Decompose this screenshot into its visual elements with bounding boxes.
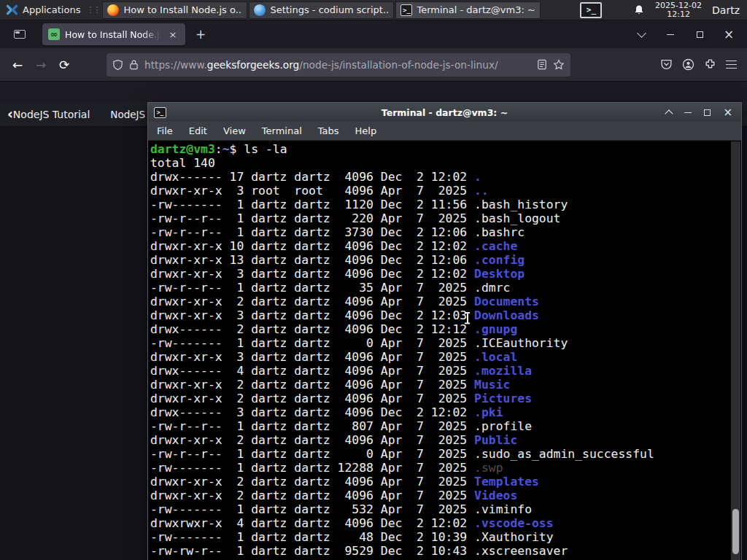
site-nav-item-tutorial[interactable]: NodeJS Tutorial: [13, 109, 90, 120]
listing-file-name: .xscreensaver: [474, 544, 568, 558]
terminal-menu-file[interactable]: File: [157, 125, 173, 136]
browser-tab-active[interactable]: ∞ How to Install Node.js on ×: [42, 23, 185, 45]
terminal-output-line: -rw------- 1 dartz dartz 532 Apr 7 2025 …: [150, 502, 741, 516]
terminal-close-button[interactable]: ×: [723, 106, 732, 119]
listing-directory-name: .config: [474, 253, 525, 267]
terminal-minimize-button[interactable]: [684, 112, 692, 113]
terminal-output-line: drwxr-xr-x 2 dartz dartz 4096 Apr 7 2025…: [150, 489, 741, 502]
extensions-puzzle-icon[interactable]: [704, 58, 716, 71]
terminal-output-line: drwx------ 17 dartz dartz 4096 Dec 2 12:…: [150, 170, 741, 184]
tab-title: How to Install Node.js on: [65, 29, 161, 40]
terminal-maximize-button[interactable]: [704, 109, 711, 116]
terminal-output-line: drwxr-xr-x 2 dartz dartz 4096 Apr 7 2025…: [150, 475, 741, 489]
terminal-prompt-line: dartz@vm3:~$ ls -la: [150, 142, 741, 156]
account-icon[interactable]: [682, 58, 694, 71]
bookmark-star-icon[interactable]: [553, 59, 565, 71]
reload-button[interactable]: ⟳: [53, 54, 76, 76]
listing-file-name: .Xauthority: [474, 530, 554, 544]
back-button[interactable]: ←: [6, 54, 29, 76]
listing-file-name: .profile: [474, 419, 532, 433]
reader-mode-icon[interactable]: [537, 59, 547, 70]
nav-scroll-left-icon[interactable]: ‹: [7, 107, 13, 121]
scrollbar-thumb[interactable]: [732, 509, 739, 554]
tracking-shield-icon[interactable]: [112, 59, 123, 71]
terminal-screen[interactable]: dartz@vm3:~$ ls -la total 140 drwx------…: [148, 141, 741, 560]
terminal-output-line: -rw-r--r-- 1 dartz dartz 807 Apr 7 2025 …: [150, 419, 741, 433]
chevron-down-icon: [637, 28, 646, 38]
terminal-output-line: -rw------- 1 dartz dartz 12288 Apr 7 202…: [150, 461, 741, 475]
applications-menu-button[interactable]: Applications: [0, 0, 86, 20]
browser-maximize-button[interactable]: [689, 25, 711, 44]
listing-file-name: .swp: [474, 461, 503, 475]
terminal-menu-view[interactable]: View: [223, 125, 246, 136]
panel-taskbar: How to Install Node.js o...Settings - co…: [102, 1, 542, 19]
terminal-output-line: drwxr-xr-x 2 dartz dartz 4096 Apr 7 2025…: [150, 392, 741, 405]
terminal-output-line: drwx------ 4 dartz dartz 4096 Apr 7 2025…: [150, 364, 741, 378]
terminal-output-line: drwx------ 3 dartz dartz 4096 Dec 2 12:0…: [150, 405, 741, 419]
listing-file-name: .viminfo: [474, 502, 532, 516]
panel-status-area: 2025-12-02 12:12 Dartz: [633, 1, 747, 19]
mouse-cursor-ibeam: [465, 312, 470, 325]
terminal-scrollbar[interactable]: [731, 141, 740, 560]
terminal-output-line: drwxr-xr-x 3 dartz dartz 4096 Dec 2 12:0…: [150, 308, 741, 322]
forward-button[interactable]: →: [29, 54, 53, 76]
terminal-output-line: -rw-r--r-- 1 dartz dartz 3730 Dec 2 12:0…: [150, 225, 741, 239]
listing-file-name: .ICEauthority: [474, 336, 568, 350]
listing-file-name: .sudo_as_admin_successful: [474, 447, 654, 461]
minimize-icon: [684, 112, 692, 113]
terminal-menu-terminal[interactable]: Terminal: [262, 125, 302, 136]
taskbar-button-codium[interactable]: Settings - codium script...: [249, 1, 394, 19]
pocket-icon[interactable]: [660, 58, 673, 71]
listing-directory-name: .local: [474, 350, 517, 364]
geeksforgeeks-favicon: ∞: [48, 28, 60, 40]
terminal-shade-button[interactable]: [666, 111, 672, 114]
taskbar-button-label: Terminal - dartz@vm3: ~: [417, 4, 535, 15]
terminal-output-line: -rw-r--r-- 1 dartz dartz 220 Apr 7 2025 …: [150, 211, 741, 225]
browser-close-button[interactable]: ×: [718, 25, 740, 44]
listing-directory-name: .cache: [474, 239, 517, 253]
panel-grip-handle[interactable]: ⋮⋮: [86, 5, 99, 15]
new-tab-button[interactable]: +: [191, 25, 210, 44]
browser-minimize-button[interactable]: [659, 25, 681, 44]
listing-file-name: .bash_history: [474, 198, 568, 211]
terminal-titlebar[interactable]: >_ Terminal - dartz@vm3: ~ ×: [148, 103, 741, 122]
terminal-output-line: -rw------- 1 dartz dartz 1120 Dec 2 11:5…: [150, 198, 741, 211]
firefox-view-button[interactable]: [9, 25, 31, 44]
terminal-menu-help[interactable]: Help: [355, 125, 377, 136]
terminal-output-line: -rw-r--r-- 1 dartz dartz 35 Apr 7 2025 .…: [150, 281, 741, 295]
terminal-output-line: drwxr-xr-x 2 dartz dartz 4096 Apr 7 2025…: [150, 433, 741, 447]
terminal-listing: drwx------ 17 dartz dartz 4096 Dec 2 12:…: [150, 170, 741, 558]
terminal-output-line: -rw------- 1 dartz dartz 0 Apr 7 2025 .I…: [150, 336, 741, 350]
tab-close-icon[interactable]: ×: [166, 28, 179, 41]
notification-bell-icon[interactable]: [633, 4, 645, 16]
terminal-menu-tabs[interactable]: Tabs: [318, 125, 339, 136]
terminal-menubar: FileEditViewTerminalTabsHelp: [148, 122, 741, 141]
prompt-command: $ ls -la: [230, 142, 287, 156]
listing-directory-name: .vscode-oss: [474, 516, 554, 530]
terminal-output-line: drwxr-xr-x 3 dartz dartz 4096 Apr 7 2025…: [150, 350, 741, 364]
listing-directory-name: Documents: [474, 295, 539, 308]
tray-terminal-icon[interactable]: >_: [580, 2, 602, 18]
listing-directory-name: Public: [474, 433, 517, 447]
list-all-tabs-button[interactable]: [630, 25, 652, 44]
lock-icon[interactable]: [129, 59, 139, 70]
taskbar-button-terminal[interactable]: >_Terminal - dartz@vm3: ~: [395, 1, 541, 19]
terminal-output-line: -rw-rw-r-- 1 dartz dartz 9529 Dec 2 10:4…: [150, 544, 741, 558]
terminal-output-line: -rw------- 1 dartz dartz 48 Dec 2 10:39 …: [150, 530, 741, 544]
listing-directory-name: Pictures: [474, 392, 532, 405]
url-bar[interactable]: https://www.geeksforgeeks.org/node-js/in…: [107, 53, 570, 77]
panel-clock[interactable]: 2025-12-02 12:12: [655, 1, 702, 19]
terminal-window-title: Terminal - dartz@vm3: ~: [148, 107, 741, 118]
desktop-panel: Applications ⋮⋮ How to Install Node.js o…: [0, 0, 747, 20]
terminal-output-line: drwx------ 2 dartz dartz 4096 Dec 2 12:1…: [150, 322, 741, 336]
terminal-output-line: drwxr-xr-x 10 dartz dartz 4096 Dec 2 12:…: [150, 239, 741, 253]
taskbar-button-firefox[interactable]: How to Install Node.js o...: [102, 1, 247, 19]
chevron-up-icon: [665, 109, 673, 117]
terminal-menu-edit[interactable]: Edit: [189, 125, 207, 136]
listing-directory-name: Downloads: [474, 308, 539, 322]
taskbar-button-label: Settings - codium script...: [270, 4, 389, 15]
panel-user-label[interactable]: Dartz: [712, 4, 740, 16]
terminal-window-controls: ×: [666, 106, 735, 119]
menu-hamburger-icon[interactable]: [726, 61, 737, 69]
listing-file-name: .dmrc: [474, 281, 510, 295]
